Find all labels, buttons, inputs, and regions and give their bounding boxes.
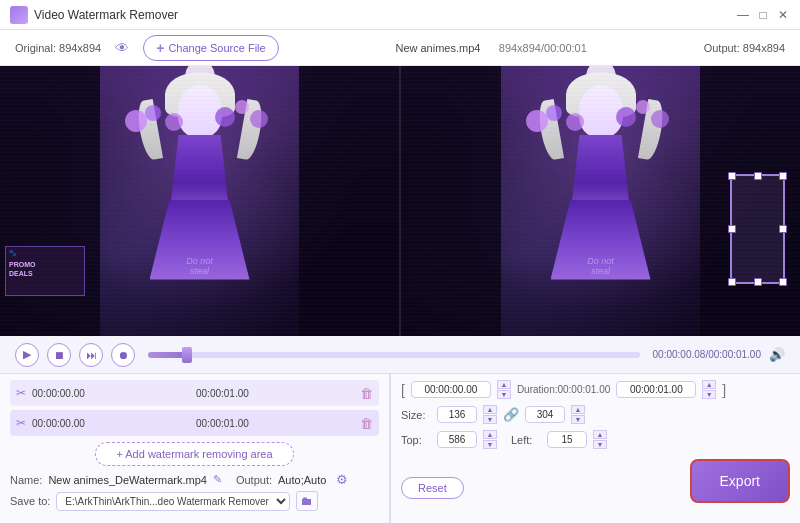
export-button[interactable]: Export	[690, 459, 790, 503]
left-video-panel[interactable]: 🐾 PROMO DEALS Do not steal	[0, 66, 401, 336]
save-label: Save to:	[10, 495, 50, 507]
watermark-overlay: 🐾 PROMO DEALS	[5, 246, 85, 296]
bracket-close: ]	[722, 382, 726, 398]
height-up[interactable]: ▲	[571, 405, 585, 414]
progress-thumb[interactable]	[182, 347, 192, 363]
selection-box[interactable]	[730, 174, 785, 284]
handle-bottom-left[interactable]	[728, 278, 736, 286]
width-down[interactable]: ▼	[483, 415, 497, 424]
char-flowers	[120, 105, 280, 155]
bottom-section: ✂ 00:00:00.00 00:00:01.00 🗑 ✂ 00:00:00.0…	[0, 374, 800, 523]
start-time-up[interactable]: ▲	[497, 380, 511, 389]
size-row: Size: ▲ ▼ 🔗 ▲ ▼	[401, 405, 790, 424]
title-bar-left: Video Watermark Remover	[10, 6, 178, 24]
start-time-input[interactable]	[411, 381, 491, 398]
character-figure	[130, 80, 270, 330]
frame-button[interactable]: ⏺	[111, 343, 135, 367]
width-spinner[interactable]: ▲ ▼	[483, 405, 497, 424]
width-up[interactable]: ▲	[483, 405, 497, 414]
minimize-button[interactable]: —	[736, 8, 750, 22]
name-value: New animes_DeWatermark.mp4	[48, 474, 207, 486]
name-row: Name: New animes_DeWatermark.mp4 ✎ Outpu…	[10, 472, 379, 487]
main-video-area: 🐾 PROMO DEALS Do not steal	[0, 66, 800, 336]
top-label: Top:	[401, 434, 431, 446]
left-panel: ✂ 00:00:00.00 00:00:01.00 🗑 ✂ 00:00:00.0…	[0, 374, 390, 523]
end-time-down[interactable]: ▼	[702, 390, 716, 399]
gear-icon[interactable]: ⚙	[336, 472, 348, 487]
track-row-2: ✂ 00:00:00.00 00:00:01.00 🗑	[10, 410, 379, 436]
left-label: Left:	[511, 434, 541, 446]
handle-bottom-mid[interactable]	[754, 278, 762, 286]
change-source-button[interactable]: + Change Source File	[143, 35, 278, 61]
left-up[interactable]: ▲	[593, 430, 607, 439]
top-down[interactable]: ▼	[483, 440, 497, 449]
end-time-input[interactable]	[616, 381, 696, 398]
close-button[interactable]: ✕	[776, 8, 790, 22]
save-row: Save to: E:\ArkThin\ArkThin...deo Waterm…	[10, 491, 379, 511]
timing-row: [ ▲ ▼ Duration:00:00:01.00 ▲ ▼ ]	[401, 380, 790, 399]
step-forward-button[interactable]: ⏭	[79, 343, 103, 367]
left-spinner[interactable]: ▲ ▼	[593, 430, 607, 449]
left-input[interactable]	[547, 431, 587, 448]
toolbar: Original: 894x894 👁 + Change Source File…	[0, 30, 800, 66]
handle-top-mid[interactable]	[754, 172, 762, 180]
wm-top-text: 🐾	[9, 250, 81, 258]
toolbar-center: New animes.mp4 894x894/00:00:01	[289, 41, 694, 55]
volume-icon[interactable]: 🔊	[769, 347, 785, 362]
add-watermark-area-button[interactable]: + Add watermark removing area	[95, 442, 293, 466]
start-time-spinner[interactable]: ▲ ▼	[497, 380, 511, 399]
app-icon	[10, 6, 28, 24]
handle-bottom-right[interactable]	[779, 278, 787, 286]
file-info: 894x894/00:00:01	[499, 42, 587, 54]
char-flowers-r	[521, 105, 681, 155]
link-icon[interactable]: 🔗	[503, 407, 519, 422]
track-start-1: 00:00:00.00	[32, 388, 190, 399]
right-dark-overlay	[299, 66, 399, 336]
top-up[interactable]: ▲	[483, 430, 497, 439]
handle-top-left[interactable]	[728, 172, 736, 180]
end-time-spinner[interactable]: ▲ ▼	[702, 380, 716, 399]
character-figure-r	[531, 80, 671, 330]
progress-bar[interactable]	[148, 352, 640, 358]
change-source-label: Change Source File	[168, 42, 265, 54]
track-delete-2[interactable]: 🗑	[360, 416, 373, 431]
plus-icon: +	[156, 40, 164, 56]
stop-button[interactable]: ⏹	[47, 343, 71, 367]
track-end-1: 00:00:01.00	[196, 388, 354, 399]
output-value: Auto;Auto	[278, 474, 326, 486]
do-not-steal-r: Do not steal	[587, 256, 614, 276]
edit-name-icon[interactable]: ✎	[213, 473, 222, 486]
maximize-button[interactable]: □	[756, 8, 770, 22]
eye-toggle-button[interactable]: 👁	[111, 38, 133, 58]
left-video-frame: 🐾 PROMO DEALS Do not steal	[0, 66, 399, 336]
track-row: ✂ 00:00:00.00 00:00:01.00 🗑	[10, 380, 379, 406]
handle-mid-left[interactable]	[728, 225, 736, 233]
top-spinner[interactable]: ▲ ▼	[483, 430, 497, 449]
track-delete-1[interactable]: 🗑	[360, 386, 373, 401]
height-spinner[interactable]: ▲ ▼	[571, 405, 585, 424]
track-end-2: 00:00:01.00	[196, 418, 354, 429]
top-input[interactable]	[437, 431, 477, 448]
play-button[interactable]: ▶	[15, 343, 39, 367]
output-label: Output: 894x894	[704, 42, 785, 54]
right-panel: [ ▲ ▼ Duration:00:00:01.00 ▲ ▼ ] Size: ▲…	[391, 374, 800, 523]
track-icon-2: ✂	[16, 416, 26, 430]
width-input[interactable]	[437, 406, 477, 423]
right-video-panel[interactable]: Do not steal	[401, 66, 800, 336]
time-display: 00:00:00.08/00:00:01.00	[653, 349, 761, 360]
handle-top-right[interactable]	[779, 172, 787, 180]
folder-browse-button[interactable]: 🖿	[296, 491, 318, 511]
controls-bar: ▶ ⏹ ⏭ ⏺ 00:00:00.08/00:00:01.00 🔊	[0, 336, 800, 374]
left-dark-overlay-r	[401, 66, 501, 336]
reset-button[interactable]: Reset	[401, 477, 464, 499]
save-path-select[interactable]: E:\ArkThin\ArkThin...deo Watermark Remov…	[56, 492, 290, 511]
bracket-open: [	[401, 382, 405, 398]
end-time-up[interactable]: ▲	[702, 380, 716, 389]
height-input[interactable]	[525, 406, 565, 423]
left-down[interactable]: ▼	[593, 440, 607, 449]
start-time-down[interactable]: ▼	[497, 390, 511, 399]
size-label: Size:	[401, 409, 431, 421]
height-down[interactable]: ▼	[571, 415, 585, 424]
handle-mid-right[interactable]	[779, 225, 787, 233]
wm-promo: PROMO	[9, 260, 81, 269]
